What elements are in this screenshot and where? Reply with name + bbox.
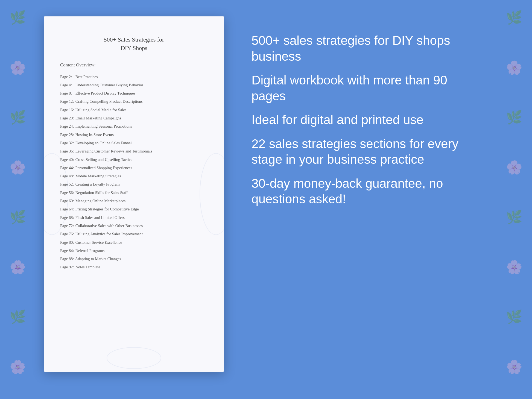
toc-entry: Page 80: Customer Service Excellence [60,238,208,247]
toc-page-number: Page 64: [60,206,74,212]
toc-entry: Page 60: Managing Online Marketplaces [60,197,208,205]
toc-entry: Page 52: Creating a Loyalty Program [60,180,208,188]
table-of-contents: Page 2: Best PracticesPage 4: Understand… [60,73,208,271]
floral-icon: 🌿 [503,310,525,338]
floral-icon: 🌿 [7,11,29,39]
toc-page-number: Page 92: [60,264,74,270]
toc-entry: Page 76: Utilizing Analytics for Sales I… [60,230,208,238]
floral-icon: 🌿 [7,310,29,338]
toc-page-number: Page 80: [60,240,74,245]
document-panel: 500+ Sales Strategies for DIY Shops Cont… [44,16,224,372]
toc-page-number: Page 12: [60,99,74,104]
toc-page-number: Page 44: [60,165,74,171]
toc-entry: Page 92: Notes Template [60,263,208,271]
toc-entry: Page 4: Understanding Customer Buying Be… [60,81,208,89]
floral-icon: 🌿 [503,11,525,39]
floral-border-right: 🌿 🌸 🌿 🌸 🌿 🌸 🌿 🌸 [496,0,532,399]
toc-page-number: Page 2: [60,74,74,80]
toc-entry: Page 44: Personalized Shopping Experienc… [60,164,208,172]
toc-entry: Page 40: Cross-Selling and Upselling Tac… [60,156,208,164]
toc-page-number: Page 32: [60,140,74,146]
document-title: 500+ Sales Strategies for DIY Shops [60,36,208,52]
toc-page-number: Page 20: [60,115,74,121]
toc-page-number: Page 88: [60,256,74,262]
floral-icon: 🌿 [7,111,29,138]
toc-entry: Page 2: Best Practices [60,73,208,81]
toc-page-number: Page 4: [60,82,74,88]
floral-icon: 🌿 [7,211,29,238]
toc-page-number: Page 52: [60,181,74,187]
floral-icon: 🌸 [503,61,525,89]
toc-entry: Page 48: Mobile Marketing Strategies [60,172,208,180]
floral-icon: 🌸 [7,360,29,388]
toc-entry: Page 84: Referral Programs [60,247,208,255]
toc-page-number: Page 72: [60,223,74,228]
toc-entry: Page 32: Developing an Online Sales Funn… [60,139,208,147]
feature-item: 500+ sales strategies for DIY shops busi… [252,33,483,64]
floral-icon: 🌸 [503,360,525,388]
toc-entry: Page 12: Crafting Compelling Product Des… [60,97,208,105]
feature-item: Digital workbook with more than 90 pages [252,72,483,104]
toc-entry: Page 16: Utilizing Social Media for Sale… [60,106,208,114]
toc-entry: Page 56: Negotiation Skills for Sales St… [60,189,208,197]
right-panel: 500+ sales strategies for DIY shops busi… [246,16,488,226]
toc-page-number: Page 76: [60,231,74,237]
feature-item: 22 sales strategies sections for every s… [252,136,483,168]
floral-icon: 🌿 [503,211,525,238]
toc-page-number: Page 56: [60,190,74,195]
feature-item: 30-day money-back guarantee, no question… [252,176,483,207]
floral-icon: 🌸 [7,61,29,89]
toc-page-number: Page 8: [60,90,74,96]
main-content: 500+ Sales Strategies for DIY Shops Cont… [0,0,532,399]
floral-icon: 🌸 [503,261,525,288]
toc-page-number: Page 48: [60,173,74,179]
toc-entry: Page 68: Flash Sales and Limited Offers [60,213,208,222]
toc-entry: Page 24: Implementing Seasonal Promotion… [60,122,208,130]
toc-page-number: Page 24: [60,124,74,129]
toc-page-number: Page 84: [60,248,74,253]
floral-icon: 🌸 [7,261,29,288]
toc-page-number: Page 60: [60,198,74,204]
toc-entry: Page 36: Leveraging Customer Reviews and… [60,147,208,155]
toc-page-number: Page 16: [60,107,74,113]
floral-icon: 🌸 [7,161,29,188]
toc-page-number: Page 36: [60,148,74,154]
feature-item: Ideal for digital and printed use [252,112,483,128]
floral-icon: 🌿 [503,111,525,138]
toc-entry: Page 20: Email Marketing Campaigns [60,114,208,122]
toc-entry: Page 72: Collaborative Sales with Other … [60,222,208,230]
toc-page-number: Page 40: [60,157,74,162]
toc-page-number: Page 68: [60,215,74,220]
watermark-decoration [107,347,161,369]
toc-entry: Page 28: Hosting In-Store Events [60,131,208,139]
floral-icon: 🌸 [503,161,525,188]
toc-entry: Page 8: Effective Product Display Techni… [60,89,208,97]
toc-heading: Content Overview: [60,62,208,68]
toc-entry: Page 88: Adapting to Market Changes [60,255,208,263]
toc-entry: Page 64: Pricing Strategies for Competit… [60,205,208,213]
floral-border-left: 🌿 🌸 🌿 🌸 🌿 🌸 🌿 🌸 [0,0,36,399]
toc-page-number: Page 28: [60,132,74,137]
